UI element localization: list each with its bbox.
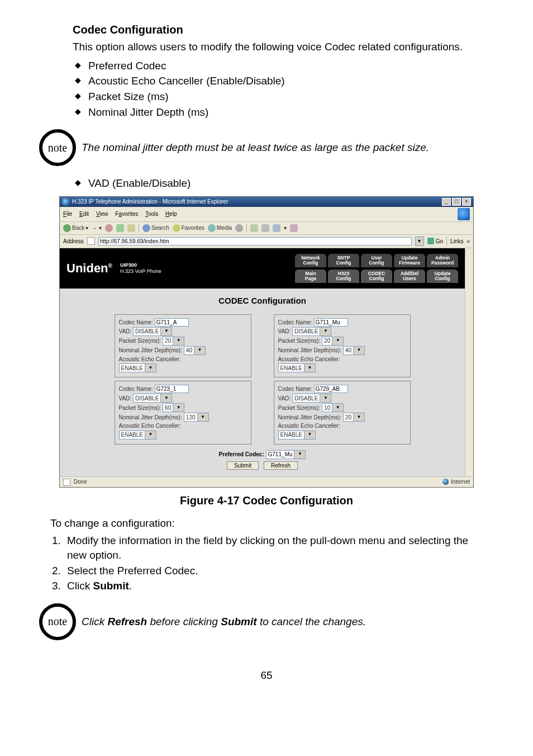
scrollbar[interactable] — [465, 248, 473, 476]
note-block-2: note Click Refresh before clicking Submi… — [39, 603, 483, 640]
aec-select[interactable]: ENABLE▼ — [119, 431, 156, 440]
codec-name-input[interactable] — [314, 318, 348, 327]
jitter-select[interactable]: 40▼ — [343, 346, 365, 355]
maximize-button[interactable]: □ — [452, 198, 461, 206]
list-item: VAD (Enable/Disable) — [73, 176, 483, 191]
tab-user-config[interactable]: User Config — [361, 254, 392, 267]
preferred-codec-row: Preferred Codec: G711_Mu▼ — [60, 450, 465, 459]
globe-icon — [442, 479, 449, 485]
address-dropdown[interactable]: ▾ — [415, 237, 424, 246]
tab-h323-config[interactable]: H323 Config — [328, 270, 359, 283]
note-text: The nominal jitter depth must be at leas… — [82, 140, 429, 155]
aec-label: Acoustic Echo Canceller: — [119, 422, 181, 430]
list-item: Acoustic Echo Canceller (Enable/Disable) — [73, 74, 483, 88]
list-item: Nominal Jitter Depth (ms) — [73, 105, 483, 120]
codec-name-label: Codec Name: — [278, 319, 312, 327]
ie-logo-icon — [458, 208, 470, 220]
discuss-button[interactable] — [290, 224, 298, 232]
menu-tools[interactable]: Tools — [145, 211, 158, 217]
refresh-page-button[interactable]: Refresh — [264, 461, 298, 470]
preferred-codec-select[interactable]: G711_Mu▼ — [266, 450, 306, 459]
vad-select[interactable]: DISABLE▼ — [133, 327, 172, 336]
stop-button[interactable] — [105, 224, 113, 232]
back-button[interactable]: Back ▾ — [63, 224, 88, 232]
packet-select[interactable]: 20▼ — [322, 337, 344, 346]
tab-network-config[interactable]: Network Config — [295, 254, 326, 267]
jitter-select[interactable]: 20▼ — [343, 413, 365, 422]
aec-select[interactable]: ENABLE▼ — [278, 431, 316, 440]
favorites-button[interactable]: Favorites — [173, 224, 204, 232]
aec-select[interactable]: ENABLE▼ — [278, 363, 316, 372]
packet-select[interactable]: 20▼ — [163, 337, 184, 346]
codec-box: Codec Name: VAD: DISABLE▼ Packet Size(ms… — [115, 381, 251, 445]
vad-select[interactable]: DISABLE▼ — [292, 327, 331, 336]
toolbar-more[interactable]: ▾ — [284, 224, 287, 232]
codec-name-input[interactable] — [155, 318, 189, 327]
minimize-button[interactable]: _ — [442, 198, 451, 206]
packet-select[interactable]: 60▼ — [163, 403, 184, 412]
history-button[interactable] — [235, 224, 243, 232]
search-button[interactable]: Search — [142, 224, 169, 232]
edit-button[interactable] — [273, 224, 280, 232]
vad-select[interactable]: DISABLE▼ — [292, 394, 331, 403]
links-label[interactable]: Links — [450, 238, 463, 245]
codec-box: Codec Name: VAD: DISABLE▼ Packet Size(ms… — [115, 314, 251, 378]
codec-name-label: Codec Name: — [119, 385, 153, 393]
codec-name-label: Codec Name: — [278, 385, 312, 393]
codec-heading: CODEC Configuration — [60, 295, 465, 306]
tab-update-config[interactable]: Update Config — [427, 270, 458, 283]
intro-text: This option allows users to modify the f… — [73, 40, 483, 54]
jitter-select[interactable]: 120▼ — [184, 413, 209, 422]
status-done: Done — [63, 478, 87, 486]
address-label: Address — [63, 238, 84, 245]
home-button[interactable] — [127, 224, 135, 232]
ie-menubar: FFileile Edit View Favorites Tools Help — [60, 207, 473, 222]
codec-box: Codec Name: VAD: DISABLE▼ Packet Size(ms… — [274, 381, 411, 445]
codec-name-input[interactable] — [314, 385, 348, 393]
packet-select[interactable]: 10▼ — [322, 403, 344, 412]
menu-file[interactable]: FFileile — [63, 211, 72, 217]
mail-button[interactable] — [250, 224, 258, 232]
tab-codec-config[interactable]: CODEC Config — [361, 270, 392, 283]
codec-name-input[interactable] — [155, 385, 189, 393]
bullet-list-2: VAD (Enable/Disable) — [73, 176, 483, 191]
media-button[interactable]: Media — [208, 224, 232, 232]
codec-name-label: Codec Name: — [119, 319, 153, 327]
packet-label: Packet Size(ms): — [278, 404, 321, 412]
menu-edit[interactable]: Edit — [79, 211, 89, 217]
submit-button[interactable]: Submit — [227, 461, 259, 470]
go-button[interactable]: Go — [427, 238, 443, 245]
ie-titlebar: H.323 IP Telephone Administration - Micr… — [60, 197, 473, 207]
tab-sntp-config[interactable]: SNTP Config — [328, 254, 359, 267]
vad-label: VAD: — [119, 395, 132, 403]
refresh-button[interactable] — [116, 224, 124, 232]
page-body: Uniden® UIP300 H.323 VoIP Phone Network … — [60, 248, 465, 476]
address-input[interactable] — [98, 237, 412, 245]
ie-window: H.323 IP Telephone Administration - Micr… — [59, 196, 474, 488]
status-zone: Internet — [442, 478, 470, 486]
close-button[interactable]: × — [462, 198, 471, 206]
menu-help[interactable]: Help — [165, 211, 177, 217]
vad-select[interactable]: DISABLE▼ — [133, 394, 172, 403]
tab-main-page[interactable]: Main Page — [295, 270, 326, 283]
menu-favorites[interactable]: Favorites — [115, 211, 138, 217]
vad-label: VAD: — [278, 328, 291, 336]
tab-update-firmware[interactable]: Update Firmware — [394, 254, 425, 267]
page-number: 65 — [50, 668, 483, 683]
jitter-label: Nominal Jitter Depth(ms): — [278, 347, 341, 355]
forward-button[interactable]: → ▾ — [92, 224, 102, 232]
aec-select[interactable]: ENABLE▼ — [119, 363, 156, 372]
jitter-label: Nominal Jitter Depth(ms): — [278, 414, 341, 422]
packet-label: Packet Size(ms): — [119, 337, 161, 345]
jitter-select[interactable]: 40▼ — [184, 346, 206, 355]
tab-add-del-users[interactable]: Add/Del Users — [394, 270, 425, 283]
list-item: Click Submit. — [64, 579, 483, 593]
menu-view[interactable]: View — [96, 211, 108, 217]
packet-label: Packet Size(ms): — [119, 404, 161, 412]
links-chevron[interactable]: » — [467, 238, 470, 245]
change-intro: To change a configuration: — [50, 516, 483, 531]
print-button[interactable] — [261, 224, 269, 232]
tab-admin-password[interactable]: Admin Password — [427, 254, 458, 267]
aec-label: Acoustic Echo Canceller: — [119, 356, 181, 363]
list-item: Preferred Codec — [73, 59, 483, 73]
